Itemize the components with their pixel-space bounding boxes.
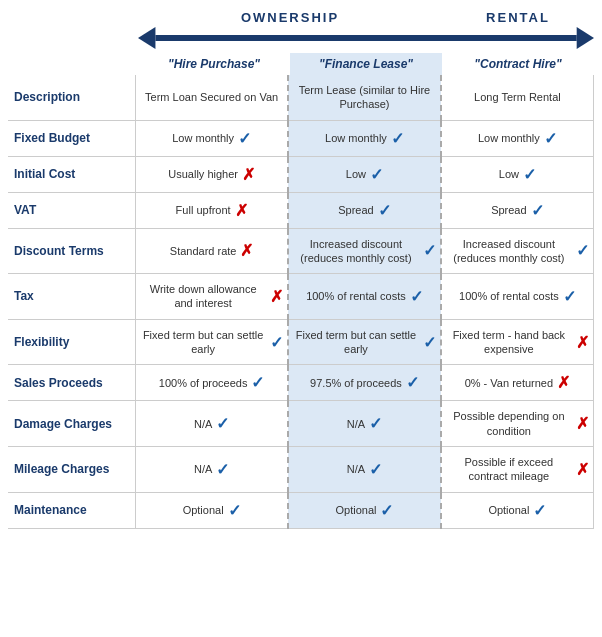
table-row: VATFull upfront✗Spread✓Spread✓: [8, 192, 594, 228]
cell-text: Optional: [335, 503, 376, 517]
row-label: Discount Terms: [8, 228, 136, 274]
cell-text: Full upfront: [176, 203, 231, 217]
data-cell-3: Possible depending on condition✗: [441, 401, 594, 447]
svg-rect-2: [442, 35, 577, 41]
table-row: Discount TermsStandard rate✗Increased di…: [8, 228, 594, 274]
data-cell-2: Low✓: [288, 156, 441, 192]
sub-headers: "Hire Purchase" "Finance Lease" "Contrac…: [8, 53, 594, 75]
cell-content: Low monthly✓: [140, 129, 283, 148]
cell-text: Low: [346, 167, 366, 181]
data-cell-3: Optional✓: [441, 492, 594, 528]
data-cell-2: Increased discount (reduces monthly cost…: [288, 228, 441, 274]
data-cell-2: Term Lease (similar to Hire Purchase): [288, 75, 441, 120]
cross-icon: ✗: [557, 373, 570, 392]
data-cell-1: Write down allowance and interest✗: [136, 274, 289, 320]
check-icon: ✓: [370, 165, 383, 184]
data-cell-2: 100% of rental costs✓: [288, 274, 441, 320]
cell-content: Low monthly✓: [293, 129, 436, 148]
cell-content: Low monthly✓: [446, 129, 589, 148]
cell-content: Optional✓: [446, 501, 589, 520]
cell-text: Spread: [491, 203, 526, 217]
data-cell-2: Low monthly✓: [288, 120, 441, 156]
cell-content: Low✓: [293, 165, 436, 184]
cell-content: Spread✓: [446, 201, 589, 220]
comparison-table: DescriptionTerm Loan Secured on VanTerm …: [8, 75, 594, 529]
row-label: Mileage Charges: [8, 446, 136, 492]
cell-text: Usually higher: [168, 167, 238, 181]
check-icon: ✓: [544, 129, 557, 148]
check-icon: ✓: [423, 333, 436, 352]
data-cell-1: Fixed term but can settle early✓: [136, 319, 289, 365]
check-icon: ✓: [423, 241, 436, 260]
cell-text: N/A: [194, 462, 212, 476]
check-icon: ✓: [216, 460, 229, 479]
cell-text: Optional: [488, 503, 529, 517]
data-cell-2: Fixed term but can settle early✓: [288, 319, 441, 365]
data-cell-3: Possible if exceed contract mileage✗: [441, 446, 594, 492]
check-icon: ✓: [270, 333, 283, 352]
cross-icon: ✗: [242, 165, 255, 184]
check-icon: ✓: [216, 414, 229, 433]
check-icon: ✓: [378, 201, 391, 220]
data-cell-1: Standard rate✗: [136, 228, 289, 274]
cell-text: 100% of rental costs: [459, 289, 559, 303]
check-icon: ✓: [533, 501, 546, 520]
check-icon: ✓: [251, 373, 264, 392]
cell-text: Low monthly: [172, 131, 234, 145]
cell-content: Possible depending on condition✗: [446, 409, 589, 438]
cell-text: 97.5% of proceeds: [310, 376, 402, 390]
cross-icon: ✗: [576, 333, 589, 352]
row-label: Tax: [8, 274, 136, 320]
cell-text: Low: [499, 167, 519, 181]
cell-text: N/A: [347, 417, 365, 431]
check-icon: ✓: [406, 373, 419, 392]
cross-icon: ✗: [576, 460, 589, 479]
row-label: Description: [8, 75, 136, 120]
cross-icon: ✗: [235, 201, 248, 220]
cell-content: 100% of proceeds✓: [140, 373, 283, 392]
cell-content: Increased discount (reduces monthly cost…: [293, 237, 436, 266]
col1-header: "Hire Purchase": [138, 53, 290, 75]
check-icon: ✓: [228, 501, 241, 520]
check-icon: ✓: [410, 287, 423, 306]
cell-content: 100% of rental costs✓: [446, 287, 589, 306]
cell-content: Full upfront✗: [140, 201, 283, 220]
cell-text: Fixed term but can settle early: [140, 328, 266, 357]
data-cell-3: 0% - Van returned✗: [441, 365, 594, 401]
cell-text: Low monthly: [325, 131, 387, 145]
table-row: Sales Proceeds100% of proceeds✓97.5% of …: [8, 365, 594, 401]
svg-rect-1: [155, 35, 442, 41]
cell-text: Write down allowance and interest: [140, 282, 266, 311]
cell-text: Low monthly: [478, 131, 540, 145]
data-cell-1: Full upfront✗: [136, 192, 289, 228]
cell-text: Possible depending on condition: [446, 409, 572, 438]
cross-icon: ✗: [576, 414, 589, 433]
check-icon: ✓: [238, 129, 251, 148]
cell-content: Low✓: [446, 165, 589, 184]
cell-content: Standard rate✗: [140, 241, 283, 260]
rental-arrow: [442, 27, 594, 49]
col2-header: "Finance Lease": [290, 53, 442, 75]
cell-content: Optional✓: [140, 501, 283, 520]
data-cell-3: Fixed term - hand back expensive✗: [441, 319, 594, 365]
cell-text: 0% - Van returned: [465, 376, 553, 390]
data-cell-1: 100% of proceeds✓: [136, 365, 289, 401]
arrow-header: OWNERSHIP RENTAL: [8, 10, 594, 49]
data-cell-3: Low✓: [441, 156, 594, 192]
cell-text: Increased discount (reduces monthly cost…: [293, 237, 419, 266]
check-icon: ✓: [369, 460, 382, 479]
cell-text: Optional: [183, 503, 224, 517]
cell-content: 97.5% of proceeds✓: [293, 373, 436, 392]
cell-text: Term Loan Secured on Van: [145, 90, 278, 104]
check-icon: ✓: [563, 287, 576, 306]
ownership-section: OWNERSHIP: [138, 10, 442, 49]
data-cell-3: Low monthly✓: [441, 120, 594, 156]
row-label: VAT: [8, 192, 136, 228]
cell-text: Standard rate: [170, 244, 237, 258]
cell-content: Increased discount (reduces monthly cost…: [446, 237, 589, 266]
cell-text: Possible if exceed contract mileage: [446, 455, 572, 484]
cell-content: Term Lease (similar to Hire Purchase): [293, 83, 436, 112]
cell-content: Write down allowance and interest✗: [140, 282, 283, 311]
svg-marker-0: [138, 27, 155, 49]
row-label: Flexibility: [8, 319, 136, 365]
